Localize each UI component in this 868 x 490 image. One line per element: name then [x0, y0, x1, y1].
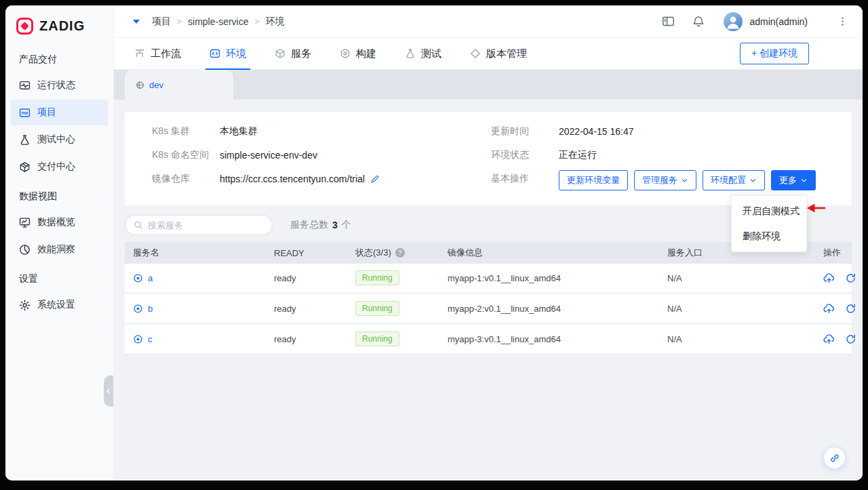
- content-area: dev K8s 集群 本地集群 K8s 命名空间 simple-service-…: [114, 70, 863, 481]
- service-link[interactable]: c: [133, 334, 274, 344]
- col-status: 状态(3/3) ?: [355, 247, 448, 259]
- image-value: myapp-2:v0.1__linux_amd64: [448, 304, 667, 314]
- table-row: c ready Running myapp-3:v0.1__linux_amd6…: [125, 325, 852, 353]
- environment-tabstrip: dev: [114, 70, 863, 100]
- app-window: ZADIG 产品交付 运行状态 PM 项目 测试中心 交付中心: [5, 5, 863, 481]
- bell-icon[interactable]: [692, 16, 705, 28]
- service-icon: [133, 273, 143, 283]
- sidebar-item-data-overview[interactable]: 数据概览: [11, 209, 108, 235]
- tab-label: 测试: [421, 47, 441, 60]
- sidebar-item-label: 项目: [37, 106, 56, 119]
- tab-tests[interactable]: 测试: [405, 38, 441, 69]
- build-box-icon: [340, 48, 351, 59]
- breadcrumb-project-name[interactable]: simple-service: [188, 16, 248, 27]
- link-icon: [829, 453, 840, 464]
- cloud-update-icon[interactable]: [823, 272, 835, 284]
- restart-icon[interactable]: [845, 333, 856, 345]
- table-row: a ready Running myapp-1:v0.1__linux_amd6…: [125, 264, 852, 292]
- k8s-cluster-value: 本地集群: [220, 125, 491, 138]
- service-total-unit: 个: [342, 219, 351, 231]
- env-tab-icon: [136, 81, 144, 89]
- service-search: [125, 215, 273, 235]
- update-time-value: 2022-04-15 16:47: [559, 125, 825, 138]
- sidebar-item-label: 数据概览: [37, 216, 75, 228]
- more-button[interactable]: 更多: [771, 170, 816, 190]
- registry-label: 镜像仓库: [152, 173, 220, 185]
- avatar[interactable]: [724, 12, 743, 31]
- restart-icon[interactable]: [845, 303, 856, 314]
- cube-icon: [275, 48, 285, 59]
- col-image: 镜像信息: [448, 247, 667, 259]
- cloud-update-icon[interactable]: [823, 333, 835, 345]
- registry-value: https://ccr.ccs.tencentyun.com/trial: [220, 173, 491, 185]
- main-area: 项目 > simple-service > 环境 admin(admin): [114, 5, 863, 481]
- env-tab-dev[interactable]: dev: [125, 70, 233, 100]
- status-cell: Running: [355, 331, 448, 346]
- breadcrumb-separator: >: [254, 17, 259, 26]
- col-service-name: 服务名: [133, 247, 274, 259]
- workflow-icon: [134, 48, 145, 59]
- breadcrumb-separator: >: [177, 17, 182, 26]
- search-input[interactable]: [148, 220, 264, 230]
- basic-ops-label: 基本操作: [491, 173, 559, 190]
- col-operations: 操作: [823, 247, 852, 259]
- env-config-button[interactable]: 环境配置: [703, 170, 765, 190]
- ready-value: ready: [274, 334, 355, 344]
- sidebar-item-test-center[interactable]: 测试中心: [11, 127, 108, 152]
- sidebar: ZADIG 产品交付 运行状态 PM 项目 测试中心 交付中心: [5, 5, 114, 481]
- tab-environments[interactable]: 环境: [210, 38, 246, 69]
- tab-version-management[interactable]: 版本管理: [470, 38, 527, 69]
- restart-icon[interactable]: [845, 272, 856, 284]
- svg-text:PM: PM: [22, 111, 28, 115]
- env-tab-label: dev: [149, 80, 163, 90]
- sidebar-item-insight[interactable]: 效能洞察: [11, 237, 108, 262]
- share-link-button[interactable]: [823, 447, 846, 469]
- zadig-logo[interactable]: ZADIG: [5, 5, 113, 44]
- breadcrumb-projects[interactable]: 项目: [152, 16, 171, 28]
- info-right-column: 更新时间 2022-04-15 16:47 环境状态 正在运行 基本操作 更新环…: [491, 125, 825, 190]
- tab-label: 构建: [356, 47, 376, 60]
- service-link[interactable]: b: [133, 304, 274, 314]
- sidebar-item-delivery-center[interactable]: 交付中心: [11, 154, 108, 180]
- service-link[interactable]: a: [133, 273, 274, 283]
- tab-builds[interactable]: 构建: [340, 38, 376, 69]
- chevron-down-icon: [681, 177, 688, 184]
- cloud-update-icon[interactable]: [823, 303, 835, 314]
- update-time-label: 更新时间: [491, 125, 559, 138]
- basic-ops-actions: 更新环境变量 管理服务 环境配置 更多: [559, 170, 825, 190]
- gear-icon: [19, 300, 31, 311]
- kebab-menu-icon[interactable]: [837, 16, 848, 26]
- username-label[interactable]: admin(admin): [749, 16, 808, 27]
- tab-label: 环境: [226, 47, 246, 60]
- sidebar-collapse-handle[interactable]: [104, 375, 113, 407]
- edit-pencil-icon[interactable]: [370, 174, 380, 184]
- sidebar-item-system-settings[interactable]: 系统设置: [11, 292, 108, 318]
- project-switcher-caret-icon[interactable]: [133, 20, 140, 24]
- monitor-chart-icon: [19, 217, 31, 228]
- flask-icon: [19, 134, 31, 146]
- help-icon[interactable]: ?: [395, 248, 405, 258]
- create-environment-button[interactable]: + 创建环境: [740, 43, 809, 64]
- menu-item-delete-environment[interactable]: 删除环境: [732, 224, 806, 249]
- menu-item-enable-self-test-mode[interactable]: 开启自测模式: [732, 199, 806, 224]
- sidebar-item-running-status[interactable]: 运行状态: [11, 73, 108, 98]
- ready-value: ready: [274, 273, 355, 283]
- tab-workflows[interactable]: 工作流: [134, 38, 181, 69]
- update-env-vars-button[interactable]: 更新环境变量: [559, 170, 628, 190]
- chevron-down-icon: [749, 177, 757, 184]
- sidebar-section-title-data-view: 数据视图: [5, 181, 113, 208]
- tab-label: 工作流: [151, 47, 181, 60]
- service-total-label: 服务总数: [290, 219, 328, 231]
- diamond-icon: [470, 48, 481, 59]
- red-annotation-arrow: [806, 203, 825, 213]
- docs-panel-icon[interactable]: [662, 15, 675, 28]
- service-name: b: [148, 304, 153, 314]
- row-operations: [823, 333, 863, 345]
- chevron-down-icon: [800, 177, 808, 184]
- info-left-column: K8s 集群 本地集群 K8s 命名空间 simple-service-env-…: [152, 125, 491, 190]
- tab-services[interactable]: 服务: [275, 38, 311, 69]
- namespace-label: K8s 命名空间: [152, 149, 220, 161]
- sidebar-item-projects[interactable]: PM 项目: [11, 100, 108, 125]
- manage-services-button[interactable]: 管理服务: [634, 170, 696, 190]
- more-dropdown-menu: 开启自测模式 删除环境: [731, 195, 807, 252]
